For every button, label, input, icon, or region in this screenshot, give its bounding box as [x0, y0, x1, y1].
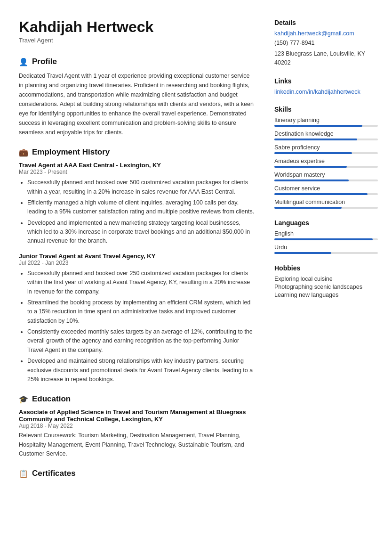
language-name: Urdu	[274, 244, 378, 251]
language-name: English	[274, 230, 378, 237]
details-heading: Details	[274, 19, 378, 26]
right-column: Details kahdijah.hertweck@gmail.com (150…	[274, 19, 378, 489]
hobby-item: Learning new languages	[274, 292, 378, 298]
job-bullet: Successfully planned and booked over 500…	[27, 178, 256, 196]
profile-text: Dedicated Travel Agent with 1 year of ex…	[19, 71, 256, 137]
skill-bar-bg	[274, 152, 378, 154]
language-bar-fill	[274, 238, 373, 240]
skill-bar-fill	[274, 125, 362, 127]
skills-section: Skills Itinerary planningDestination kno…	[274, 106, 378, 209]
profile-heading: 👤 Profile	[19, 57, 256, 66]
job-entry: Junior Travel Agent at Avant Travel Agen…	[19, 253, 256, 384]
employment-section: 💼 Employment History Travel Agent at AAA…	[19, 147, 256, 384]
skill-item: Worldspan mastery	[274, 171, 378, 181]
skill-bar-fill	[274, 166, 347, 168]
skill-name: Multilingual communication	[274, 199, 378, 205]
skill-bar-fill	[274, 193, 368, 195]
skill-bar-bg	[274, 207, 378, 209]
skill-item: Multilingual communication	[274, 199, 378, 209]
job-bullets: Successfully planned and booked over 500…	[19, 178, 256, 246]
skill-name: Sabre proficiency	[274, 144, 378, 151]
employment-icon: 💼	[19, 148, 28, 157]
resume-header: Kahdijah Hertweck Travel Agent	[19, 19, 256, 44]
job-bullet: Efficiently managed a high volume of cli…	[27, 198, 256, 217]
full-name: Kahdijah Hertweck	[19, 19, 256, 35]
language-bar-bg	[274, 252, 378, 254]
edu-degree: Associate of Applied Science in Travel a…	[19, 408, 256, 423]
edu-coursework: Relevant Coursework: Tourism Marketing, …	[19, 431, 256, 458]
job-date-text: Jul 2022 - Jan 2023	[19, 260, 256, 266]
hobbies-section: Hobbies Exploring local cuisinePhotograp…	[274, 264, 378, 298]
edu-date: Aug 2018 - May 2022	[19, 423, 256, 429]
language-item: English	[274, 230, 378, 240]
certificates-heading: 📋 Certificates	[19, 469, 256, 478]
job-entry: Travel Agent at AAA East Central - Lexin…	[19, 162, 256, 246]
education-heading: 🎓 Education	[19, 394, 256, 404]
jobs-list: Travel Agent at AAA East Central - Lexin…	[19, 162, 256, 384]
phone: (150) 777-8941	[274, 39, 378, 48]
language-bar-fill	[274, 252, 331, 254]
job-bullet: Developed and maintained strong relation…	[27, 357, 256, 384]
skill-name: Destination knowledge	[274, 131, 378, 137]
skill-bar-fill	[274, 152, 352, 154]
email-link[interactable]: kahdijah.hertweck@gmail.com	[274, 30, 378, 37]
skill-item: Amadeus expertise	[274, 158, 378, 168]
skill-bar-fill	[274, 207, 342, 209]
certificates-icon: 📋	[19, 469, 28, 478]
profile-section: 👤 Profile Dedicated Travel Agent with 1 …	[19, 57, 256, 137]
skill-bar-fill	[274, 139, 357, 140]
job-date-text: Mar 2023 - Present	[19, 169, 256, 175]
hobbies-heading: Hobbies	[274, 264, 378, 272]
hobby-item: Exploring local cuisine	[274, 276, 378, 282]
job-bullet: Successfully planned and booked over 250…	[27, 269, 256, 296]
skill-bar-bg	[274, 193, 378, 195]
job-bullet: Consistently exceeded monthly sales targ…	[27, 327, 256, 355]
hobby-item: Photographing scenic landscapes	[274, 284, 378, 290]
job-title-text: Travel Agent at AAA East Central - Lexin…	[19, 162, 256, 169]
language-bar-bg	[274, 238, 378, 240]
languages-list: EnglishUrdu	[274, 230, 378, 254]
skill-item: Destination knowledge	[274, 131, 378, 140]
languages-heading: Languages	[274, 219, 378, 227]
job-title: Travel Agent	[19, 37, 256, 44]
skill-bar-fill	[274, 180, 349, 181]
details-section: Details kahdijah.hertweck@gmail.com (150…	[274, 19, 378, 67]
languages-section: Languages EnglishUrdu	[274, 219, 378, 254]
hobbies-list: Exploring local cuisinePhotographing sce…	[274, 276, 378, 298]
skill-bar-bg	[274, 166, 378, 168]
skill-name: Worldspan mastery	[274, 171, 378, 178]
links-section: Links linkedin.com/in/kahdijahhertweck	[274, 77, 378, 95]
skills-heading: Skills	[274, 106, 378, 113]
skill-item: Customer service	[274, 185, 378, 195]
skill-name: Itinerary planning	[274, 117, 378, 123]
address: 123 Bluegrass Lane, Louisville, KY 40202	[274, 49, 378, 67]
skill-name: Amadeus expertise	[274, 158, 378, 164]
skill-bar-bg	[274, 125, 378, 127]
certificates-section: 📋 Certificates	[19, 469, 256, 478]
job-bullet: Developed and implemented a new marketin…	[27, 219, 256, 246]
education-icon: 🎓	[19, 395, 28, 404]
skill-name: Customer service	[274, 185, 378, 192]
profile-icon: 👤	[19, 57, 28, 66]
skill-bar-bg	[274, 180, 378, 181]
language-item: Urdu	[274, 244, 378, 254]
employment-heading: 💼 Employment History	[19, 147, 256, 157]
job-bullet: Streamlined the booking process by imple…	[27, 298, 256, 326]
links-heading: Links	[274, 77, 378, 85]
skill-bar-bg	[274, 139, 378, 140]
skill-item: Sabre proficiency	[274, 144, 378, 154]
skills-list: Itinerary planningDestination knowledgeS…	[274, 117, 378, 209]
job-bullets: Successfully planned and booked over 250…	[19, 269, 256, 384]
skill-item: Itinerary planning	[274, 117, 378, 127]
job-title-text: Junior Travel Agent at Avant Travel Agen…	[19, 253, 256, 260]
left-column: Kahdijah Hertweck Travel Agent 👤 Profile…	[19, 19, 256, 489]
linkedin-link[interactable]: linkedin.com/in/kahdijahhertweck	[274, 89, 378, 95]
education-section: 🎓 Education Associate of Applied Science…	[19, 394, 256, 458]
